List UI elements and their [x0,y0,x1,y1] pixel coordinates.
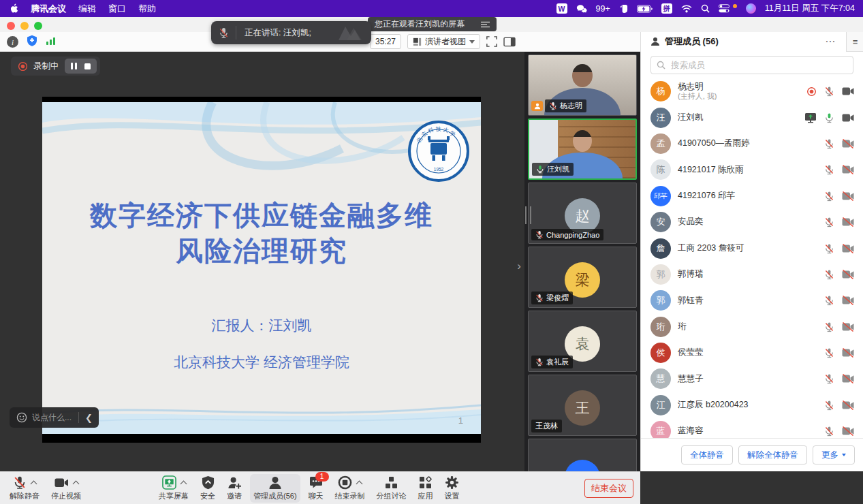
panel-collapse-tab[interactable]: ≡ [846,32,863,52]
camera-off-icon[interactable] [842,296,854,305]
input-method-icon[interactable]: 拼 [661,3,672,14]
end-recording-button[interactable]: 结束录制 [332,474,368,503]
member-search-box[interactable] [650,56,853,74]
video-tile[interactable]: 杨志明 [528,54,637,116]
video-options-caret[interactable] [72,480,79,487]
mic-muted-icon[interactable] [824,426,834,437]
spotlight-search-icon[interactable] [701,4,710,13]
menubar-app-name[interactable]: 腾讯会议 [31,3,66,15]
window-close-button[interactable] [7,22,15,30]
more-actions-button[interactable]: 更多 [813,445,855,464]
window-zoom-button[interactable] [34,22,42,30]
video-tile[interactable]: 王 王茂林 [528,375,637,436]
thumbnails-resize-handle[interactable] [525,206,531,224]
member-row[interactable]: 侯 侯莹莹 [641,340,863,366]
side-panel-toggle-button[interactable] [503,34,516,49]
camera-off-icon[interactable] [842,217,854,227]
camera-off-icon[interactable] [842,374,854,383]
mic-muted-icon[interactable] [824,400,834,411]
member-row[interactable]: 杨 杨志明 (主持人, 我) [641,78,863,104]
member-search-input[interactable] [670,60,847,71]
menu-help[interactable]: 帮助 [138,3,156,15]
siri-icon[interactable] [746,3,756,14]
wps-icon[interactable]: W [556,3,567,14]
share-screen-button[interactable]: 共享屏幕 [155,474,192,503]
fullscreen-button[interactable] [486,34,497,49]
security-button[interactable]: 安全 [197,474,219,503]
camera-off-icon[interactable] [842,191,854,201]
member-row[interactable]: 汪 汪刘凯 [641,104,863,130]
camera-off-icon[interactable] [842,244,854,253]
evernote-icon[interactable] [619,4,628,14]
camera-off-icon[interactable] [842,426,854,436]
unmute-all-button[interactable]: 解除全体静音 [738,445,807,464]
camera-off-icon[interactable] [842,165,854,174]
manage-members-button[interactable]: 管理成员(56) [250,474,300,503]
expand-panel-chevron[interactable]: › [514,257,524,275]
toast-list-icon[interactable] [481,21,490,28]
mic-muted-icon[interactable] [824,295,834,306]
chat-button[interactable]: 1 聊天 [305,474,327,503]
mic-muted-icon[interactable] [824,217,834,227]
apple-menu-icon[interactable] [10,3,18,14]
network-signal-icon[interactable] [46,36,56,48]
member-row[interactable]: 郭 郭钰青 [641,287,863,313]
member-row[interactable]: 詹 工商 2203 詹筱可 [641,235,863,261]
mic-muted-icon[interactable] [824,269,834,280]
stop-video-button[interactable]: 停止视频 [48,474,84,503]
camera-off-icon[interactable] [842,400,854,410]
wifi-icon[interactable] [681,5,692,13]
control-center-icon[interactable] [719,4,729,13]
mic-on-icon[interactable] [824,112,834,123]
mic-muted-icon[interactable] [824,347,834,358]
mic-muted-icon[interactable] [824,138,834,149]
menu-window[interactable]: 窗口 [108,3,126,15]
mic-muted-icon[interactable] [824,243,834,254]
video-tile[interactable]: 赵 ChangpingZhao [528,183,637,244]
member-row[interactable]: 珩 珩 [641,314,863,340]
pause-recording-button[interactable] [71,63,77,69]
mic-muted-icon[interactable] [824,191,834,202]
end-meeting-button[interactable]: 结束会议 [584,479,633,498]
camera-off-icon[interactable] [842,322,854,332]
record-options-caret[interactable] [356,480,363,487]
camera-off-icon[interactable] [842,270,854,279]
mic-muted-icon[interactable] [824,373,834,384]
member-row[interactable]: 孟 41907050—孟雨婷 [641,131,863,157]
collapse-chat-icon[interactable]: ❮ [79,413,99,423]
health-shield-icon[interactable] [27,35,37,49]
video-tile[interactable]: 汪刘凯 [528,119,637,180]
settings-button[interactable]: 设置 [441,474,463,503]
meeting-info-icon[interactable]: i [7,36,18,48]
member-row[interactable]: 陈 41921017 陈欣雨 [641,157,863,183]
chat-input-placeholder[interactable]: 说点什么... [32,412,72,424]
mute-all-button[interactable]: 全体静音 [681,445,733,464]
camera-on-icon[interactable] [842,113,854,123]
member-row[interactable]: 安 安晶奕 [641,209,863,235]
window-minimize-button[interactable] [20,22,29,30]
member-row[interactable]: 郭 郭博瑞 [641,262,863,287]
mic-options-caret[interactable] [31,480,37,487]
view-mode-dropdown[interactable]: 演讲者视图 [407,34,480,49]
video-tile[interactable]: 袁 袁礼辰 [528,311,637,372]
video-tile[interactable]: 梁 梁俊熠 [528,247,637,308]
invite-button[interactable]: 邀请 [223,474,245,503]
quick-chat-bar[interactable]: 说点什么... ❮ [10,407,99,428]
menu-edit[interactable]: 编辑 [78,3,96,15]
battery-icon[interactable] [637,5,653,13]
camera-on-icon[interactable] [842,86,854,96]
panel-more-button[interactable]: ⋯ [825,38,836,45]
breakout-rooms-button[interactable]: 分组讨论 [373,474,410,503]
emoji-icon[interactable] [16,412,27,423]
screen-sharing-icon[interactable] [804,112,817,123]
member-row[interactable]: 江 江彦辰 b20200423 [641,392,863,418]
stop-recording-button[interactable] [84,63,91,69]
member-row[interactable]: 慧 慧慧子 [641,366,863,392]
share-options-caret[interactable] [180,480,187,487]
member-row[interactable]: 邱芊 41921076 邱芊 [641,183,863,209]
mic-muted-icon[interactable] [824,321,834,332]
video-tile[interactable] [528,439,637,471]
mic-muted-icon[interactable] [824,164,834,175]
member-row[interactable]: 蓝 蓝海容 [641,418,863,438]
camera-off-icon[interactable] [842,139,854,148]
